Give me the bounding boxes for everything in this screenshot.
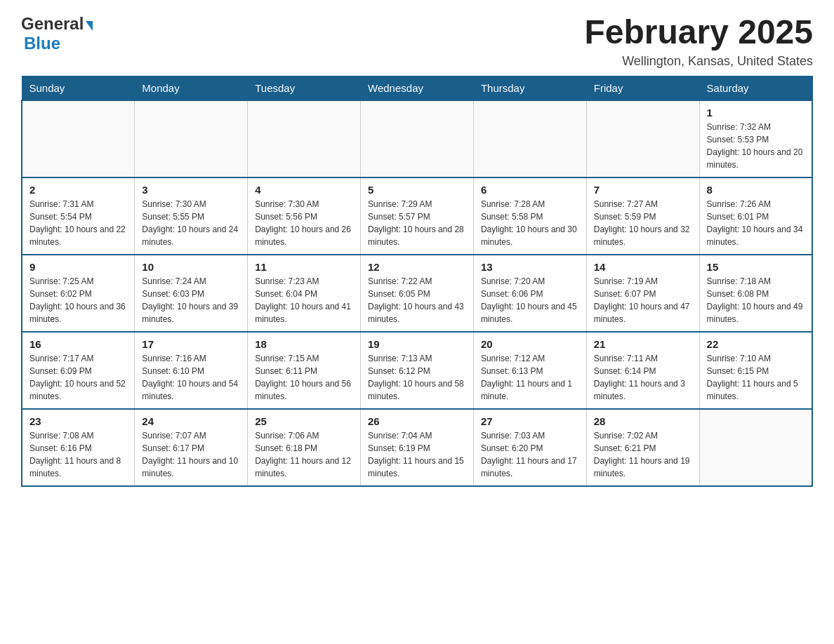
sunset-text: Sunset: 6:05 PM bbox=[368, 288, 466, 300]
sunset-text: Sunset: 6:13 PM bbox=[481, 365, 579, 377]
day-info: Sunrise: 7:30 AMSunset: 5:56 PMDaylight:… bbox=[255, 198, 353, 248]
daylight-text: Daylight: 10 hours and 52 minutes. bbox=[29, 377, 127, 403]
daylight-text: Daylight: 10 hours and 56 minutes. bbox=[255, 377, 353, 403]
daylight-text: Daylight: 10 hours and 45 minutes. bbox=[481, 300, 579, 326]
calendar-cell: 10Sunrise: 7:24 AMSunset: 6:03 PMDayligh… bbox=[135, 255, 248, 332]
day-info: Sunrise: 7:11 AMSunset: 6:14 PMDaylight:… bbox=[594, 352, 692, 403]
sunrise-text: Sunrise: 7:02 AM bbox=[594, 429, 692, 442]
weekday-header-sunday: Sunday bbox=[22, 76, 135, 100]
calendar-cell: 12Sunrise: 7:22 AMSunset: 6:05 PMDayligh… bbox=[361, 255, 474, 332]
sunset-text: Sunset: 5:57 PM bbox=[368, 210, 466, 223]
day-info: Sunrise: 7:19 AMSunset: 6:07 PMDaylight:… bbox=[594, 275, 692, 326]
day-number: 14 bbox=[594, 261, 692, 273]
calendar-body: 1Sunrise: 7:32 AMSunset: 5:53 PMDaylight… bbox=[22, 100, 812, 486]
calendar-cell: 26Sunrise: 7:04 AMSunset: 6:19 PMDayligh… bbox=[361, 409, 474, 486]
day-info: Sunrise: 7:31 AMSunset: 5:54 PMDaylight:… bbox=[29, 198, 127, 248]
day-number: 23 bbox=[29, 415, 127, 427]
day-number: 24 bbox=[142, 415, 240, 427]
day-info: Sunrise: 7:27 AMSunset: 5:59 PMDaylight:… bbox=[594, 198, 692, 248]
day-info: Sunrise: 7:07 AMSunset: 6:17 PMDaylight:… bbox=[142, 429, 240, 480]
sunset-text: Sunset: 5:53 PM bbox=[707, 133, 805, 146]
sunrise-text: Sunrise: 7:06 AM bbox=[255, 429, 353, 442]
day-info: Sunrise: 7:22 AMSunset: 6:05 PMDaylight:… bbox=[368, 275, 466, 326]
day-number: 1 bbox=[707, 107, 805, 119]
sunrise-text: Sunrise: 7:19 AM bbox=[594, 275, 692, 288]
calendar-cell: 27Sunrise: 7:03 AMSunset: 6:20 PMDayligh… bbox=[473, 409, 586, 486]
logo-blue-text: Blue bbox=[24, 34, 60, 53]
calendar-cell: 9Sunrise: 7:25 AMSunset: 6:02 PMDaylight… bbox=[22, 255, 135, 332]
calendar-cell: 3Sunrise: 7:30 AMSunset: 5:55 PMDaylight… bbox=[135, 177, 248, 255]
day-number: 19 bbox=[368, 338, 466, 350]
sunset-text: Sunset: 6:10 PM bbox=[142, 365, 240, 377]
calendar-cell: 20Sunrise: 7:12 AMSunset: 6:13 PMDayligh… bbox=[473, 332, 586, 409]
daylight-text: Daylight: 11 hours and 1 minute. bbox=[481, 377, 579, 403]
sunrise-text: Sunrise: 7:30 AM bbox=[255, 198, 353, 210]
day-info: Sunrise: 7:03 AMSunset: 6:20 PMDaylight:… bbox=[481, 429, 579, 480]
sunrise-text: Sunrise: 7:28 AM bbox=[481, 198, 579, 210]
daylight-text: Daylight: 10 hours and 24 minutes. bbox=[142, 223, 240, 248]
day-number: 20 bbox=[481, 338, 579, 350]
day-info: Sunrise: 7:20 AMSunset: 6:06 PMDaylight:… bbox=[481, 275, 579, 326]
daylight-text: Daylight: 10 hours and 54 minutes. bbox=[142, 377, 240, 403]
day-info: Sunrise: 7:10 AMSunset: 6:15 PMDaylight:… bbox=[707, 352, 805, 403]
weekday-header-friday: Friday bbox=[586, 76, 699, 100]
day-info: Sunrise: 7:12 AMSunset: 6:13 PMDaylight:… bbox=[481, 352, 579, 403]
calendar-cell: 6Sunrise: 7:28 AMSunset: 5:58 PMDaylight… bbox=[473, 177, 586, 255]
day-info: Sunrise: 7:13 AMSunset: 6:12 PMDaylight:… bbox=[368, 352, 466, 403]
daylight-text: Daylight: 11 hours and 5 minutes. bbox=[707, 377, 805, 403]
day-number: 6 bbox=[481, 184, 579, 196]
day-number: 28 bbox=[594, 415, 692, 427]
day-info: Sunrise: 7:26 AMSunset: 6:01 PMDaylight:… bbox=[707, 198, 805, 248]
sunrise-text: Sunrise: 7:12 AM bbox=[481, 352, 579, 365]
daylight-text: Daylight: 11 hours and 3 minutes. bbox=[594, 377, 692, 403]
sunset-text: Sunset: 5:54 PM bbox=[29, 210, 127, 223]
day-info: Sunrise: 7:32 AMSunset: 5:53 PMDaylight:… bbox=[707, 121, 805, 171]
sunset-text: Sunset: 5:59 PM bbox=[594, 210, 692, 223]
sunrise-text: Sunrise: 7:13 AM bbox=[368, 352, 466, 365]
day-number: 11 bbox=[255, 261, 353, 273]
title-block: February 2025 Wellington, Kansas, United… bbox=[584, 14, 813, 69]
calendar-cell: 19Sunrise: 7:13 AMSunset: 6:12 PMDayligh… bbox=[361, 332, 474, 409]
sunrise-text: Sunrise: 7:17 AM bbox=[29, 352, 127, 365]
weekday-header-thursday: Thursday bbox=[473, 76, 586, 100]
day-number: 12 bbox=[368, 261, 466, 273]
calendar-cell bbox=[699, 409, 812, 486]
weekday-header-row: SundayMondayTuesdayWednesdayThursdayFrid… bbox=[22, 76, 812, 100]
calendar-cell: 24Sunrise: 7:07 AMSunset: 6:17 PMDayligh… bbox=[135, 409, 248, 486]
daylight-text: Daylight: 10 hours and 20 minutes. bbox=[707, 146, 805, 171]
sunrise-text: Sunrise: 7:31 AM bbox=[29, 198, 127, 210]
calendar-cell: 23Sunrise: 7:08 AMSunset: 6:16 PMDayligh… bbox=[22, 409, 135, 486]
day-number: 26 bbox=[368, 415, 466, 427]
daylight-text: Daylight: 11 hours and 17 minutes. bbox=[481, 455, 579, 480]
calendar-cell: 15Sunrise: 7:18 AMSunset: 6:08 PMDayligh… bbox=[699, 255, 812, 332]
weekday-header-wednesday: Wednesday bbox=[361, 76, 474, 100]
calendar-cell bbox=[248, 100, 361, 177]
sunset-text: Sunset: 6:06 PM bbox=[481, 288, 579, 300]
day-number: 25 bbox=[255, 415, 353, 427]
calendar-cell: 2Sunrise: 7:31 AMSunset: 5:54 PMDaylight… bbox=[22, 177, 135, 255]
sunrise-text: Sunrise: 7:20 AM bbox=[481, 275, 579, 288]
day-number: 16 bbox=[29, 338, 127, 350]
calendar-week-4: 16Sunrise: 7:17 AMSunset: 6:09 PMDayligh… bbox=[22, 332, 812, 409]
sunrise-text: Sunrise: 7:10 AM bbox=[707, 352, 805, 365]
sunset-text: Sunset: 6:20 PM bbox=[481, 442, 579, 455]
sunset-text: Sunset: 6:12 PM bbox=[368, 365, 466, 377]
calendar-cell bbox=[22, 100, 135, 177]
weekday-header-saturday: Saturday bbox=[699, 76, 812, 100]
daylight-text: Daylight: 10 hours and 58 minutes. bbox=[368, 377, 466, 403]
calendar-cell: 17Sunrise: 7:16 AMSunset: 6:10 PMDayligh… bbox=[135, 332, 248, 409]
daylight-text: Daylight: 10 hours and 34 minutes. bbox=[707, 223, 805, 248]
day-number: 21 bbox=[594, 338, 692, 350]
day-info: Sunrise: 7:02 AMSunset: 6:21 PMDaylight:… bbox=[594, 429, 692, 480]
sunrise-text: Sunrise: 7:30 AM bbox=[142, 198, 240, 210]
sunset-text: Sunset: 6:07 PM bbox=[594, 288, 692, 300]
sunrise-text: Sunrise: 7:25 AM bbox=[29, 275, 127, 288]
weekday-header-tuesday: Tuesday bbox=[248, 76, 361, 100]
sunset-text: Sunset: 6:04 PM bbox=[255, 288, 353, 300]
day-number: 8 bbox=[707, 184, 805, 196]
sunrise-text: Sunrise: 7:16 AM bbox=[142, 352, 240, 365]
daylight-text: Daylight: 11 hours and 19 minutes. bbox=[594, 455, 692, 480]
sunrise-text: Sunrise: 7:27 AM bbox=[594, 198, 692, 210]
daylight-text: Daylight: 10 hours and 30 minutes. bbox=[481, 223, 579, 248]
daylight-text: Daylight: 10 hours and 36 minutes. bbox=[29, 300, 127, 326]
